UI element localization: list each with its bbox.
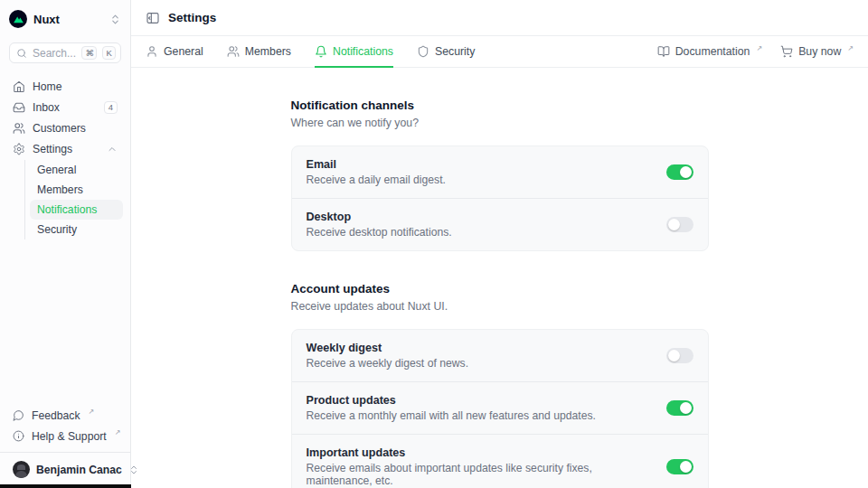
section-subtitle: Where can we notify you? (291, 117, 709, 129)
kbd-k: K (102, 46, 116, 60)
sidebar-item-label: Customers (33, 122, 118, 135)
chevrons-up-down-icon (109, 14, 121, 25)
settings-subnav: General Members Notifications Security (24, 160, 123, 239)
info-circle-icon (13, 430, 24, 442)
important-updates-toggle[interactable] (666, 459, 693, 474)
bell-icon (315, 45, 327, 58)
sidebar-item-feedback[interactable]: Feedback ↗ (7, 405, 123, 426)
header-links: Documentation ↗ Buy now ↗ (657, 36, 854, 67)
sidebar-nav: Home Inbox 4 Customers Settings (0, 67, 130, 239)
users-icon (227, 45, 240, 58)
sidebar-item-security[interactable]: Security (30, 220, 123, 239)
tab-label: Members (245, 45, 291, 58)
tab-label: Notifications (333, 45, 393, 58)
tabbar-spacer (475, 36, 656, 67)
page-title: Settings (168, 11, 216, 24)
section-notification-channels: Notification channels Where can we notif… (291, 99, 709, 251)
tab-general[interactable]: General (146, 36, 203, 68)
sidebar-item-general[interactable]: General (30, 160, 123, 180)
setting-row-weekly-digest: Weekly digest Receive a weekly digest of… (292, 330, 708, 381)
sidebar-item-label: Feedback (32, 409, 80, 422)
setting-row-product-updates: Product updates Receive a monthly email … (292, 381, 708, 434)
setting-description: Receive a weekly digest of news. (307, 357, 648, 370)
setting-row-important-updates: Important updates Receive emails about i… (292, 434, 708, 488)
workspace-switcher[interactable]: Nuxt (0, 0, 130, 35)
kbd-meta: ⌘ (81, 46, 97, 60)
home-icon (13, 80, 25, 93)
external-link-icon: ↗ (115, 428, 121, 436)
chevrons-up-down-icon (128, 465, 139, 475)
external-link-icon: ↗ (847, 44, 854, 52)
documentation-link[interactable]: Documentation ↗ (657, 45, 762, 58)
bottom-strip (0, 484, 131, 488)
sidebar-item-help-support[interactable]: Help & Support ↗ (7, 426, 123, 446)
sidebar-item-notifications[interactable]: Notifications (30, 200, 123, 220)
page-header: Settings (131, 0, 868, 36)
user-icon (146, 45, 158, 58)
link-label: Documentation (675, 45, 750, 58)
sidebar-item-label: Home (33, 80, 118, 93)
settings-card: Weekly digest Receive a weekly digest of… (291, 329, 709, 488)
sidebar-item-customers[interactable]: Customers (7, 117, 123, 138)
setting-row-email: Email Receive a daily email digest. (292, 146, 708, 198)
cart-icon (780, 45, 793, 58)
section-title: Account updates (291, 282, 709, 296)
setting-description: Receive desktop notifications. (307, 226, 648, 239)
product-updates-toggle[interactable] (666, 400, 693, 416)
inbox-count-badge: 4 (104, 101, 118, 114)
weekly-digest-toggle[interactable] (666, 348, 693, 363)
sidebar: Nuxt Search... ⌘ K Home (0, 0, 131, 488)
desktop-toggle[interactable] (666, 217, 693, 232)
app-window: Nuxt Search... ⌘ K Home (0, 0, 868, 488)
chat-bubble-icon (13, 409, 24, 421)
user-menu-button[interactable]: Benjamin Canac (7, 458, 123, 481)
sidebar-collapse-icon[interactable] (146, 11, 160, 25)
tab-label: General (164, 45, 203, 58)
users-icon (13, 122, 25, 135)
workspace-name: Nuxt (33, 13, 103, 26)
sidebar-item-members[interactable]: Members (30, 180, 123, 200)
external-link-icon: ↗ (89, 408, 95, 416)
sidebar-footer-nav: Feedback ↗ Help & Support ↗ (0, 405, 130, 452)
shield-icon (417, 45, 429, 58)
external-link-icon: ↗ (756, 44, 762, 52)
setting-title: Important updates (307, 446, 648, 459)
settings-tabbar: General Members Notifications (131, 36, 868, 68)
setting-title: Desktop (307, 211, 648, 223)
gear-icon (13, 143, 25, 155)
sidebar-item-home[interactable]: Home (7, 76, 123, 97)
settings-content: Notification channels Where can we notif… (131, 68, 868, 488)
nuxt-logo-icon (9, 10, 27, 28)
sidebar-item-label: Settings (33, 143, 99, 155)
sidebar-item-label: Inbox (33, 101, 97, 114)
sidebar-item-inbox[interactable]: Inbox 4 (7, 97, 123, 117)
tabs: General Members Notifications (146, 36, 475, 67)
user-avatar (13, 461, 30, 478)
section-account-updates: Account updates Receive updates about Nu… (291, 282, 709, 488)
setting-title: Weekly digest (307, 342, 648, 354)
sidebar-user-section: Benjamin Canac (0, 452, 130, 488)
user-name: Benjamin Canac (36, 464, 122, 476)
email-toggle[interactable] (666, 164, 693, 180)
sidebar-item-label: Help & Support (32, 430, 107, 443)
tab-members[interactable]: Members (227, 36, 291, 68)
search-placeholder: Search... (33, 47, 76, 60)
chevron-up-icon (107, 144, 118, 155)
section-subtitle: Receive updates about Nuxt UI. (291, 300, 709, 313)
settings-card: Email Receive a daily email digest. Desk… (291, 145, 709, 251)
setting-title: Email (307, 158, 648, 171)
search-input[interactable]: Search... ⌘ K (9, 42, 121, 63)
link-label: Buy now (798, 45, 841, 58)
buy-now-link[interactable]: Buy now ↗ (780, 45, 854, 58)
tab-label: Security (435, 45, 475, 58)
setting-title: Product updates (307, 394, 648, 407)
search-icon (16, 48, 27, 59)
setting-row-desktop: Desktop Receive desktop notifications. (292, 198, 708, 250)
inbox-icon (13, 101, 25, 114)
sidebar-spacer (0, 239, 130, 405)
setting-description: Receive emails about important updates l… (307, 462, 648, 487)
main-panel: Settings General Members (131, 0, 868, 488)
tab-notifications[interactable]: Notifications (315, 36, 393, 68)
tab-security[interactable]: Security (417, 36, 475, 68)
sidebar-item-settings[interactable]: Settings (7, 138, 123, 159)
